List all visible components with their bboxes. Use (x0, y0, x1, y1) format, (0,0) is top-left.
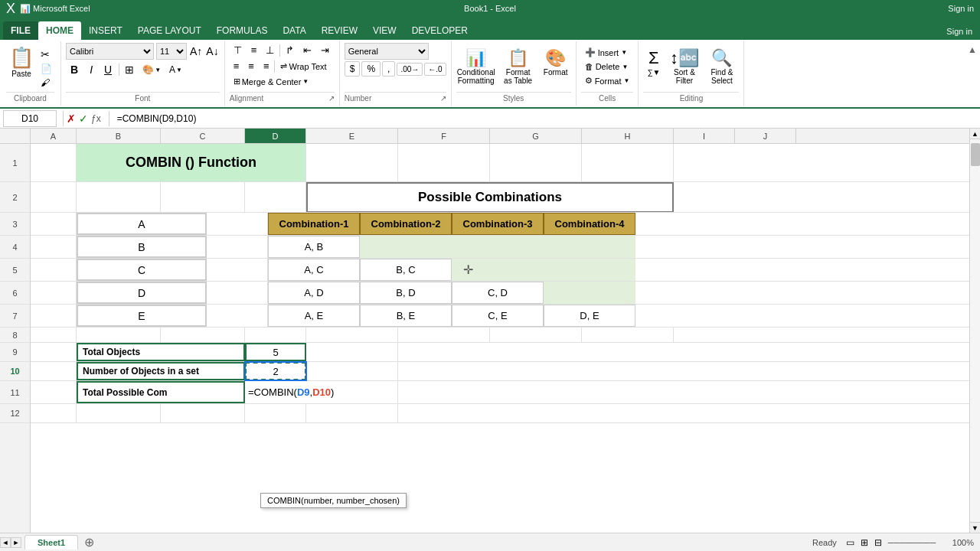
cell-e10[interactable] (306, 362, 398, 380)
row-num-3[interactable]: 3 (0, 213, 30, 236)
tab-review[interactable]: REVIEW (314, 21, 365, 40)
row-num-4[interactable]: 4 (0, 236, 30, 259)
cell-h8[interactable] (582, 328, 674, 342)
sign-in-button[interactable]: Sign in (948, 4, 974, 13)
cell-a6[interactable] (31, 282, 77, 304)
cell-reference-box[interactable] (3, 110, 57, 127)
copy-button[interactable]: 📄 (38, 63, 54, 75)
cell-b10-label[interactable]: Number of Objects in a set (77, 362, 245, 380)
col-header-c[interactable]: C (161, 129, 245, 143)
ribbon-collapse-button[interactable]: ▲ (965, 41, 980, 106)
insert-ribbon-button[interactable]: ➕Insert▼ (581, 46, 634, 59)
cell-g4-empty[interactable] (452, 236, 544, 258)
sheet-tab-sheet1[interactable]: Sheet1 (24, 535, 78, 549)
cell-a9[interactable] (31, 343, 77, 361)
border-button[interactable]: ⊞ (122, 62, 137, 77)
delete-ribbon-button[interactable]: 🗑Delete▼ (581, 60, 634, 73)
cell-d6[interactable] (207, 282, 268, 304)
cell-f5-bc[interactable]: B, C (360, 259, 452, 281)
cell-g6-cd[interactable]: C, D (452, 282, 544, 304)
row-num-8[interactable]: 8 (0, 328, 30, 343)
cell-f6-bd[interactable]: B, D (360, 282, 452, 304)
cell-g8[interactable] (490, 328, 582, 342)
scroll-thumb-v[interactable] (971, 143, 980, 166)
align-middle-button[interactable]: ≡ (247, 43, 261, 57)
cell-f7-be[interactable]: B, E (360, 305, 452, 327)
cell-b3-item[interactable]: A (77, 213, 207, 235)
cell-h6-empty[interactable] (544, 282, 635, 304)
cell-e12[interactable] (306, 404, 398, 422)
text-direction-button[interactable]: ↱ (282, 43, 298, 57)
view-layout-button[interactable]: ⊞ (858, 537, 871, 548)
cell-b8[interactable] (77, 328, 161, 342)
align-center-button[interactable]: ≡ (244, 59, 258, 73)
cell-d12[interactable] (245, 404, 306, 422)
sort-filter-button[interactable]: ↕🔤 Sort & Filter (667, 46, 701, 87)
cell-d5[interactable] (207, 259, 268, 281)
scroll-right-arrow[interactable]: ► (11, 537, 21, 548)
increase-font-button[interactable]: A↑ (189, 44, 203, 58)
cell-h1[interactable] (582, 144, 674, 181)
cell-g1[interactable] (490, 144, 582, 181)
cell-d3[interactable] (207, 213, 268, 235)
cell-b12[interactable] (77, 404, 161, 422)
cell-a10[interactable] (31, 362, 77, 380)
autosum-button[interactable]: Σ ∑▼ (643, 46, 664, 79)
cut-button[interactable]: ✂ (38, 47, 54, 61)
font-name-select[interactable]: Calibri (66, 43, 154, 60)
merge-center-button[interactable]: ⊞Merge & Center▼ (230, 75, 313, 88)
cell-e1[interactable] (306, 144, 398, 181)
col-header-j[interactable]: J (735, 129, 796, 143)
cell-d2[interactable] (245, 182, 306, 212)
cell-f8[interactable] (398, 328, 490, 342)
conditional-formatting-button[interactable]: 📊 Conditional Formatting (456, 46, 496, 87)
cell-f1[interactable] (398, 144, 490, 181)
view-pagebreak-button[interactable]: ⊟ (871, 537, 885, 548)
row-num-2[interactable]: 2 (0, 182, 30, 213)
cell-g3-combo3[interactable]: Combination-3 (452, 213, 544, 235)
cell-d11-formula[interactable]: =COMBIN(D9,D10) (245, 381, 398, 403)
cell-e6-ad[interactable]: A, D (268, 282, 360, 304)
col-header-e[interactable]: E (306, 129, 398, 143)
cell-c2[interactable] (161, 182, 245, 212)
cell-h5-empty[interactable] (544, 259, 635, 281)
cell-e5-ac[interactable]: A, C (268, 259, 360, 281)
decrease-font-button[interactable]: A↓ (205, 44, 219, 58)
tab-developer[interactable]: DEVELOPER (404, 21, 475, 40)
tab-page-layout[interactable]: PAGE LAYOUT (130, 21, 209, 40)
cell-b7-item[interactable]: E (77, 305, 207, 327)
col-header-b[interactable]: B (77, 129, 161, 143)
decrease-decimal-button[interactable]: ←.0 (424, 63, 446, 76)
cell-b1-title[interactable]: COMBIN () Function (77, 144, 306, 181)
cell-b4-item[interactable]: B (77, 236, 207, 258)
cell-h7-de[interactable]: D, E (544, 305, 635, 327)
underline-button[interactable]: U (100, 61, 116, 78)
font-color-button[interactable]: A▼ (166, 63, 185, 77)
tab-data[interactable]: DATA (275, 21, 313, 40)
cell-b2[interactable] (77, 182, 161, 212)
cell-a5[interactable] (31, 259, 77, 281)
tab-formulas[interactable]: FORMULAS (209, 21, 276, 40)
row-num-1[interactable]: 1 (0, 144, 30, 182)
col-header-f[interactable]: F (398, 129, 490, 143)
view-normal-button[interactable]: ▭ (843, 537, 858, 548)
cell-f3-combo2[interactable]: Combination-2 (360, 213, 452, 235)
indent-decrease-button[interactable]: ⇤ (299, 43, 315, 57)
cell-a1[interactable] (31, 144, 77, 181)
cell-c12[interactable] (161, 404, 245, 422)
format-as-table-button[interactable]: 📋 Format as Table (499, 46, 537, 87)
vertical-scrollbar[interactable]: ▲ ▼ (969, 129, 980, 533)
paste-button[interactable]: 📋 Paste (6, 44, 37, 80)
wrap-text-button[interactable]: ⇌Wrap Text (276, 60, 330, 73)
confirm-icon[interactable]: ✓ (79, 112, 88, 125)
cell-e8[interactable] (306, 328, 398, 342)
cell-e7-ae[interactable]: A, E (268, 305, 360, 327)
cell-b9-label[interactable]: Total Objects (77, 343, 245, 361)
cell-styles-button[interactable]: 🎨 Format (541, 46, 571, 79)
accounting-button[interactable]: $ (345, 61, 361, 77)
number-format-select[interactable]: General (345, 43, 429, 60)
comma-button[interactable]: , (382, 61, 395, 77)
scroll-left-arrow[interactable]: ◄ (0, 537, 11, 548)
scroll-down-arrow[interactable]: ▼ (970, 522, 980, 533)
cell-a11[interactable] (31, 381, 77, 403)
